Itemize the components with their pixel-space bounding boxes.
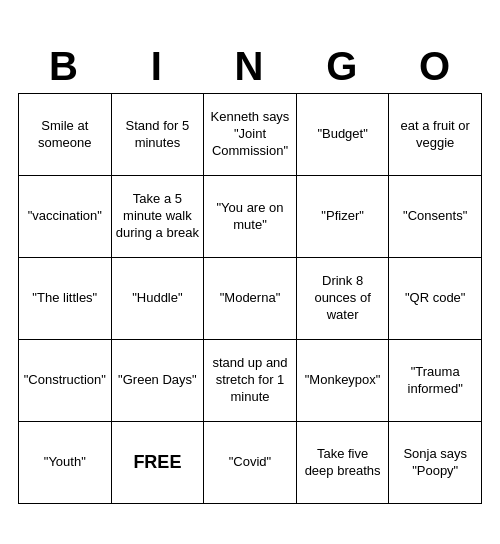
bingo-cell-20: "Youth" <box>19 422 112 504</box>
bingo-cell-23: Take five deep breaths <box>297 422 390 504</box>
bingo-cell-22: "Covid" <box>204 422 297 504</box>
bingo-cell-5: "vaccination" <box>19 176 112 258</box>
header-letter-I: I <box>111 40 204 93</box>
bingo-cell-12: "Moderna" <box>204 258 297 340</box>
bingo-cell-11: "Huddle" <box>112 258 205 340</box>
bingo-cell-3: "Budget" <box>297 94 390 176</box>
bingo-card: BINGO Smile at someoneStand for 5 minute… <box>10 32 490 512</box>
bingo-cell-16: "Green Days" <box>112 340 205 422</box>
bingo-cell-1: Stand for 5 minutes <box>112 94 205 176</box>
bingo-cell-8: "Pfizer" <box>297 176 390 258</box>
bingo-cell-15: "Construction" <box>19 340 112 422</box>
bingo-cell-6: Take a 5 minute walk during a break <box>112 176 205 258</box>
header-letter-N: N <box>204 40 297 93</box>
bingo-cell-17: stand up and stretch for 1 minute <box>204 340 297 422</box>
bingo-cell-7: "You are on mute" <box>204 176 297 258</box>
bingo-header: BINGO <box>18 40 482 93</box>
bingo-cell-0: Smile at someone <box>19 94 112 176</box>
bingo-cell-13: Drink 8 ounces of water <box>297 258 390 340</box>
bingo-cell-24: Sonja says "Poopy" <box>389 422 482 504</box>
bingo-grid: Smile at someoneStand for 5 minutesKenne… <box>18 93 482 504</box>
bingo-cell-21: FREE <box>112 422 205 504</box>
header-letter-G: G <box>296 40 389 93</box>
bingo-cell-18: "Monkeypox" <box>297 340 390 422</box>
bingo-cell-9: "Consents" <box>389 176 482 258</box>
bingo-cell-4: eat a fruit or veggie <box>389 94 482 176</box>
bingo-cell-2: Kenneth says "Joint Commission" <box>204 94 297 176</box>
bingo-cell-10: "The littles" <box>19 258 112 340</box>
bingo-cell-14: "QR code" <box>389 258 482 340</box>
header-letter-O: O <box>389 40 482 93</box>
bingo-cell-19: "Trauma informed" <box>389 340 482 422</box>
header-letter-B: B <box>18 40 111 93</box>
